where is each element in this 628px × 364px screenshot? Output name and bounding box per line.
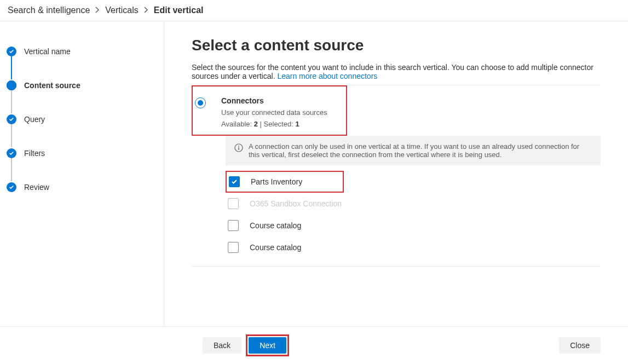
chevron-right-icon <box>144 7 148 15</box>
info-message: A connection can only be used in one ver… <box>226 136 601 165</box>
content-source-card: Connectors Use your connected data sourc… <box>192 85 601 267</box>
back-button[interactable]: Back <box>203 337 241 354</box>
step-content-source[interactable]: Content source <box>7 79 153 91</box>
divider <box>192 266 601 267</box>
step-connector-line <box>11 157 12 181</box>
breadcrumb: Search & intelligence Verticals Edit ver… <box>0 0 628 21</box>
connector-course-catalog-2[interactable]: Course catalog <box>226 236 601 258</box>
radio-selected-icon[interactable] <box>195 97 206 108</box>
info-icon <box>234 142 243 159</box>
source-subtitle: Use your connected data sources <box>221 108 327 117</box>
step-label: Content source <box>24 81 80 90</box>
connector-label: Parts Inventory <box>251 177 302 186</box>
check-circle-icon <box>7 182 16 192</box>
checkbox-unchecked-icon <box>228 198 239 209</box>
check-circle-icon <box>7 114 16 124</box>
info-text: A connection can only be used in one ver… <box>249 142 592 159</box>
connector-label: Course catalog <box>250 243 301 252</box>
step-query[interactable]: Query <box>7 113 153 125</box>
step-label: Query <box>24 115 45 124</box>
checkbox-unchecked-icon[interactable] <box>228 220 239 231</box>
breadcrumb-current: Edit vertical <box>154 5 204 15</box>
main-panel: Select a content source Select the sourc… <box>164 21 628 326</box>
step-filters[interactable]: Filters <box>7 147 153 159</box>
intro-body: Select the sources for the content you w… <box>192 63 594 80</box>
step-review[interactable]: Review <box>7 181 153 193</box>
breadcrumb-root[interactable]: Search & intelligence <box>8 5 90 15</box>
source-connectors-option[interactable]: Connectors Use your connected data sourc… <box>193 86 346 135</box>
active-step-icon <box>7 80 16 90</box>
svg-point-1 <box>238 146 239 147</box>
step-connector-line <box>11 123 12 147</box>
step-connector-line <box>11 89 12 113</box>
page-title: Select a content source <box>192 37 601 54</box>
step-label: Review <box>24 183 49 192</box>
source-title: Connectors <box>221 96 327 105</box>
connector-label: Course catalog <box>250 221 301 230</box>
connector-parts-inventory[interactable]: Parts Inventory <box>228 172 303 192</box>
next-button[interactable]: Next <box>249 337 286 354</box>
connector-course-catalog[interactable]: Course catalog <box>226 215 601 236</box>
wizard-steps-rail: Vertical name Content source Query Filte… <box>0 21 164 326</box>
source-meta: Available: 2 | Selected: 1 <box>221 120 327 128</box>
breadcrumb-verticals[interactable]: Verticals <box>105 5 138 15</box>
close-button[interactable]: Close <box>559 337 601 354</box>
intro-text: Select the sources for the content you w… <box>192 63 601 80</box>
step-connector-line <box>11 55 12 79</box>
connector-list: Parts Inventory O365 Sandbox Connection … <box>226 171 601 258</box>
svg-rect-2 <box>238 147 239 150</box>
wizard-footer: Back Next Close <box>0 326 628 364</box>
checkbox-checked-icon[interactable] <box>229 176 240 187</box>
step-vertical-name[interactable]: Vertical name <box>7 45 153 57</box>
check-circle-icon <box>7 47 16 56</box>
chevron-right-icon <box>95 7 100 15</box>
step-label: Filters <box>24 149 45 158</box>
connector-o365-sandbox: O365 Sandbox Connection <box>226 193 601 215</box>
checkbox-unchecked-icon[interactable] <box>228 242 239 253</box>
step-label: Vertical name <box>24 47 71 56</box>
learn-more-link[interactable]: Learn more about connectors <box>277 72 377 80</box>
check-circle-icon <box>7 148 16 158</box>
connector-label: O365 Sandbox Connection <box>250 199 342 208</box>
